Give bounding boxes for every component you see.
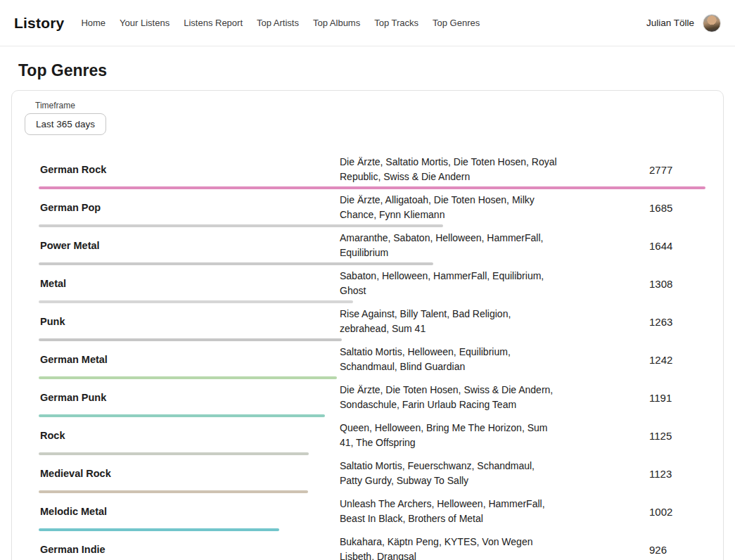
genre-row: German Indie Bukahara, Käptn Peng, KYTES… <box>12 531 723 560</box>
genre-count: 1263 <box>649 316 693 328</box>
genre-row: Rock Queen, Helloween, Bring Me The Hori… <box>12 417 723 455</box>
genre-artists: Sabaton, Helloween, HammerFall, Equilibr… <box>340 269 559 298</box>
genre-table: German Rock Die Ärzte, Saltatio Mortis, … <box>12 151 723 560</box>
genre-artists: Unleash The Archers, Helloween, HammerFa… <box>340 497 559 526</box>
user-name: Julian Tölle <box>646 18 694 28</box>
nav-item-your-listens[interactable]: Your Listens <box>120 18 170 28</box>
genre-name: German Punk <box>40 392 340 403</box>
genre-count: 1242 <box>649 354 693 366</box>
user-avatar[interactable] <box>703 14 721 32</box>
genre-row: Medieval Rock Saltatio Mortis, Feuerschw… <box>12 455 723 493</box>
top-navbar: Listory HomeYour ListensListens ReportTo… <box>0 0 735 46</box>
genre-row: Punk Rise Against, Billy Talent, Bad Rel… <box>12 303 723 341</box>
genre-row: Power Metal Amaranthe, Sabaton, Hellowee… <box>12 227 723 265</box>
genre-artists: Die Ärzte, Die Toten Hosen, Swiss & Die … <box>340 383 559 412</box>
genre-name: Medieval Rock <box>40 468 340 479</box>
genre-row: German Rock Die Ärzte, Saltatio Mortis, … <box>12 151 723 189</box>
genre-name: Melodic Metal <box>40 506 340 517</box>
genre-artists: Saltatio Mortis, Feuerschwanz, Schandmau… <box>340 459 559 488</box>
genre-name: German Pop <box>40 202 340 213</box>
nav-item-listens-report[interactable]: Listens Report <box>184 18 243 28</box>
genre-name: German Rock <box>40 164 340 175</box>
genre-count: 1191 <box>649 392 693 404</box>
genre-name: German Metal <box>40 354 340 365</box>
nav-item-top-genres[interactable]: Top Genres <box>433 18 480 28</box>
genre-count: 1125 <box>649 430 693 442</box>
genre-count: 1002 <box>649 506 693 518</box>
genre-count: 926 <box>649 544 693 556</box>
genre-row: Metal Sabaton, Helloween, HammerFall, Eq… <box>12 265 723 303</box>
top-genres-card: Timeframe Last 365 days German Rock Die … <box>11 90 724 560</box>
nav-links: HomeYour ListensListens ReportTop Artist… <box>81 18 480 28</box>
timeframe-label: Timeframe <box>25 101 723 110</box>
page-title: Top Genres <box>18 61 717 80</box>
genre-artists: Rise Against, Billy Talent, Bad Religion… <box>340 307 559 336</box>
main-content: Top Genres Timeframe Last 365 days Germa… <box>0 61 735 560</box>
genre-count: 1308 <box>649 278 693 290</box>
genre-name: Punk <box>40 316 340 327</box>
genre-row: German Punk Die Ärzte, Die Toten Hosen, … <box>12 379 723 417</box>
genre-count: 1644 <box>649 240 693 252</box>
genre-artists: Queen, Helloween, Bring Me The Horizon, … <box>340 421 559 450</box>
timeframe-select-button[interactable]: Last 365 days <box>25 113 106 135</box>
genre-count: 1123 <box>649 468 693 480</box>
genre-artists: Saltatio Mortis, Helloween, Equilibrium,… <box>340 345 559 374</box>
genre-name: German Indie <box>40 544 340 555</box>
genre-artists: Amaranthe, Sabaton, Helloween, HammerFal… <box>340 231 559 260</box>
nav-item-top-tracks[interactable]: Top Tracks <box>374 18 418 28</box>
genre-name: Rock <box>40 430 340 441</box>
genre-row: German Pop Die Ärzte, Alligatoah, Die To… <box>12 189 723 227</box>
genre-name: Power Metal <box>40 240 340 251</box>
genre-artists: Die Ärzte, Alligatoah, Die Toten Hosen, … <box>340 193 559 222</box>
genre-name: Metal <box>40 278 340 289</box>
nav-item-home[interactable]: Home <box>81 18 106 28</box>
nav-item-top-artists[interactable]: Top Artists <box>257 18 299 28</box>
genre-count: 1685 <box>649 202 693 214</box>
genre-artists: Die Ärzte, Saltatio Mortis, Die Toten Ho… <box>340 155 559 184</box>
brand-logo[interactable]: Listory <box>14 15 64 32</box>
genre-artists: Bukahara, Käptn Peng, KYTES, Von Wegen L… <box>340 535 559 560</box>
genre-row: Melodic Metal Unleash The Archers, Hello… <box>12 493 723 531</box>
genre-row: German Metal Saltatio Mortis, Helloween,… <box>12 341 723 379</box>
nav-item-top-albums[interactable]: Top Albums <box>313 18 360 28</box>
timeframe-block: Timeframe Last 365 days <box>25 101 723 135</box>
genre-count: 2777 <box>649 164 693 176</box>
